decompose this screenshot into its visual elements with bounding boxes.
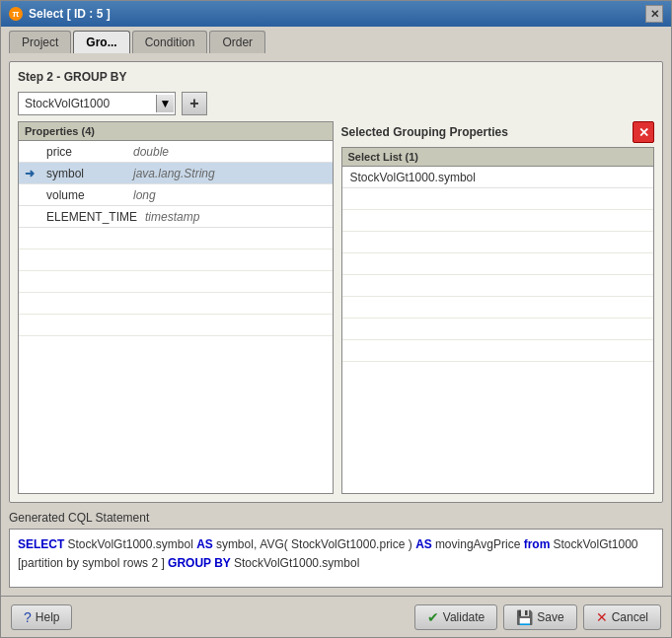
save-icon: 💾 (516, 609, 533, 625)
validate-label: Validate (443, 610, 485, 624)
stream-dropdown-container: StockVolGt1000 ▼ (18, 92, 176, 115)
group-by-section: StockVolGt1000 ▼ + Properties (4) (18, 92, 654, 494)
prop-type-symbol: java.lang.String (133, 167, 215, 180)
empty-row-3 (19, 271, 333, 293)
select-empty-3 (342, 232, 654, 253)
selected-grouping-title: Selected Grouping Properties (341, 125, 508, 139)
tab-gro[interactable]: Gro... (73, 31, 129, 53)
prop-name-symbol: symbol (46, 167, 125, 180)
selected-grouping-pane: Selected Grouping Properties ✕ Select Li… (341, 121, 655, 494)
select-empty-6 (342, 297, 654, 319)
tab-bar: Project Gro... Condition Order (1, 27, 671, 53)
help-label: Help (36, 610, 60, 624)
arrow-symbol: ➜ (25, 167, 38, 180)
select-empty-7 (342, 319, 654, 340)
prop-name-element-time: ELEMENT_TIME (46, 210, 137, 224)
window-title: Select [ ID : 5 ] (29, 7, 111, 21)
tab-condition[interactable]: Condition (132, 31, 208, 53)
cql-groupby-field: StockVolGt1000.symbol (234, 556, 359, 570)
footer-right: ✔ Validate 💾 Save ✕ Cancel (414, 604, 661, 630)
select-empty-8 (342, 340, 654, 362)
cancel-label: Cancel (612, 610, 648, 624)
properties-pane: Properties (4) price double ➜ (18, 121, 334, 494)
arrow-element-time (25, 210, 38, 224)
select-empty-5 (342, 275, 654, 297)
validate-button[interactable]: ✔ Validate (414, 604, 497, 630)
empty-row-5 (19, 315, 333, 336)
cancel-button[interactable]: ✕ Cancel (583, 604, 661, 630)
right-pane-header: Selected Grouping Properties ✕ (341, 121, 655, 143)
select-list-header: Select List (1) (342, 148, 654, 167)
arrow-volume (25, 188, 38, 202)
select-list-pane: Select List (1) StockVolGt1000.symbol (341, 147, 655, 494)
cql-alias1: symbol, (216, 537, 257, 551)
cql-groupby-kw: GROUP BY (168, 556, 231, 570)
cql-avg: AVG( StockVolGt1000.price ) (260, 537, 415, 551)
cql-title: Generated CQL Statement (9, 511, 663, 525)
footer: ? Help ✔ Validate 💾 Save ✕ Cancel (1, 596, 671, 637)
validate-icon: ✔ (427, 609, 439, 625)
tab-order[interactable]: Order (209, 31, 265, 53)
cql-as2-kw: AS (415, 537, 432, 551)
step-title: Step 2 - GROUP BY (18, 70, 654, 84)
property-row-volume[interactable]: volume long (19, 184, 333, 206)
app-icon: π (9, 7, 23, 21)
property-row-symbol[interactable]: ➜ symbol java.lang.String (19, 163, 333, 184)
cql-partition: [partition by symbol rows 2 ] (18, 556, 168, 570)
cql-section: Generated CQL Statement SELECT StockVolG… (9, 511, 663, 588)
select-empty-2 (342, 210, 654, 232)
tab-project[interactable]: Project (9, 31, 71, 53)
property-row-price[interactable]: price double (19, 141, 333, 163)
cql-select-kw: SELECT (18, 537, 64, 551)
properties-header: Properties (4) (19, 122, 333, 141)
main-content: Step 2 - GROUP BY StockVolGt1000 ▼ + Pro… (1, 53, 671, 596)
property-row-element-time[interactable]: ELEMENT_TIME timestamp (19, 206, 333, 228)
select-empty-4 (342, 253, 654, 275)
prop-name-volume: volume (46, 188, 125, 202)
cql-from-clause: StockVolGt1000 (553, 537, 637, 551)
main-window: π Select [ ID : 5 ] ✕ Project Gro... Con… (0, 0, 672, 638)
save-button[interactable]: 💾 Save (503, 604, 576, 630)
cql-box: SELECT StockVolGt1000.symbol AS symbol, … (9, 529, 663, 588)
empty-row-1 (19, 228, 333, 249)
cql-as1-kw: AS (196, 537, 213, 551)
add-button[interactable]: + (182, 92, 207, 115)
prop-type-price: double (133, 145, 169, 159)
title-bar: π Select [ ID : 5 ] ✕ (1, 1, 671, 27)
stream-dropdown[interactable]: StockVolGt1000 (18, 92, 176, 115)
cancel-icon: ✕ (596, 609, 608, 625)
two-column-layout: Properties (4) price double ➜ (18, 121, 654, 494)
close-button[interactable]: ✕ (645, 5, 663, 23)
help-button[interactable]: ? Help (11, 604, 72, 630)
cql-alias2: movingAvgPrice (435, 537, 524, 551)
cql-select-field: StockVolGt1000.symbol (67, 537, 196, 551)
properties-table: price double ➜ symbol java.lang.String (19, 141, 333, 493)
save-label: Save (537, 610, 563, 624)
select-list-item-0[interactable]: StockVolGt1000.symbol (342, 167, 654, 188)
prop-type-element-time: timestamp (145, 210, 199, 224)
empty-row-2 (19, 249, 333, 271)
prop-name-price: price (46, 145, 125, 159)
empty-row-4 (19, 293, 333, 315)
arrow-price (25, 145, 38, 159)
select-empty-1 (342, 188, 654, 210)
group-by-panel: Step 2 - GROUP BY StockVolGt1000 ▼ + Pro… (9, 61, 663, 503)
footer-left: ? Help (11, 604, 72, 630)
help-icon: ? (24, 609, 32, 625)
cql-from-kw: from (524, 537, 551, 551)
top-row: StockVolGt1000 ▼ + (18, 92, 654, 115)
remove-button[interactable]: ✕ (633, 121, 654, 143)
prop-type-volume: long (133, 188, 156, 202)
